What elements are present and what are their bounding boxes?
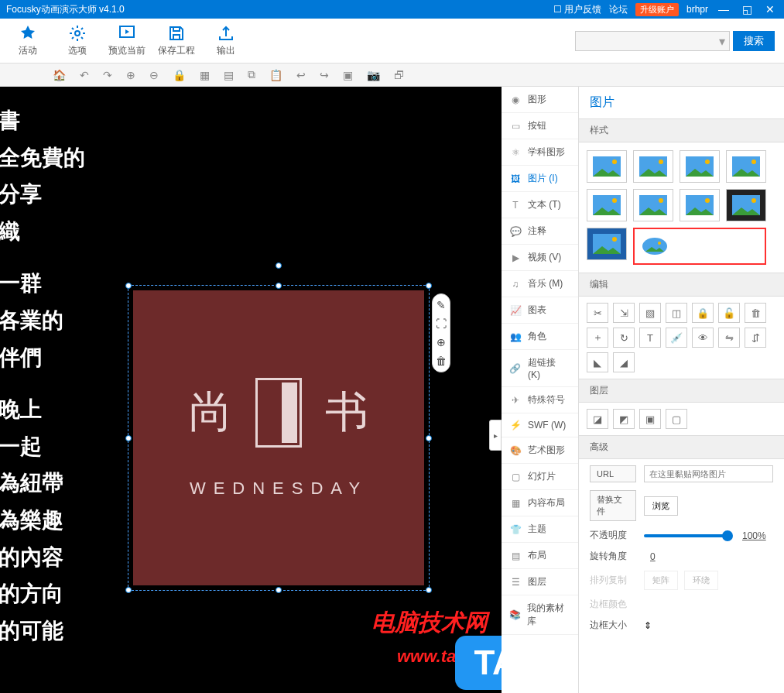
style-thumb[interactable] bbox=[633, 150, 673, 183]
style-thumb[interactable] bbox=[726, 150, 766, 183]
grid-icon[interactable]: ▦ bbox=[200, 69, 210, 81]
resize-handle[interactable] bbox=[125, 283, 132, 289]
flip-h-button[interactable]: ⇋ bbox=[718, 328, 740, 348]
activity-button[interactable]: 活动 bbox=[3, 24, 53, 57]
redo-icon[interactable]: ↷ bbox=[103, 69, 112, 81]
resize-handle[interactable] bbox=[276, 283, 282, 289]
expand-icon[interactable]: ⛶ bbox=[436, 317, 447, 330]
options-button[interactable]: 选项 bbox=[53, 24, 102, 57]
save-button[interactable]: 保存工程 bbox=[152, 24, 201, 57]
opacity-value[interactable]: 100% bbox=[742, 530, 773, 541]
undo-icon[interactable]: ↶ bbox=[80, 69, 89, 81]
style-thumb[interactable] bbox=[680, 150, 720, 183]
border-size-control[interactable]: ⇕ bbox=[644, 620, 652, 631]
style-thumb[interactable] bbox=[587, 228, 627, 260]
username[interactable]: brhpr bbox=[686, 4, 708, 15]
style-thumb[interactable] bbox=[726, 189, 766, 221]
text-button[interactable]: T bbox=[639, 328, 661, 348]
search-input[interactable] bbox=[575, 31, 730, 51]
zoom-in-icon[interactable]: ⊕ bbox=[126, 69, 135, 81]
back-icon[interactable]: ↩ bbox=[296, 69, 306, 81]
add-icon[interactable]: ⊕ bbox=[436, 336, 447, 348]
style-thumb[interactable] bbox=[633, 189, 673, 221]
forward-icon[interactable]: ↪ bbox=[320, 69, 329, 81]
insert-hyperlink[interactable]: 🔗超链接 (K) bbox=[502, 350, 578, 387]
paste-icon[interactable]: 📋 bbox=[269, 69, 282, 81]
insert-subject[interactable]: ⚛学科图形 bbox=[502, 139, 578, 166]
matrix-button[interactable]: 矩阵 bbox=[644, 571, 678, 590]
insert-special[interactable]: ✈特殊符号 bbox=[502, 387, 578, 413]
send-backward-button[interactable]: ▢ bbox=[666, 409, 687, 429]
style-thumb-round[interactable] bbox=[635, 230, 675, 262]
preview-button[interactable]: 预览当前 bbox=[102, 24, 152, 57]
bring-forward-button[interactable]: ▣ bbox=[639, 409, 661, 429]
insert-video[interactable]: ▶视频 (V) bbox=[502, 245, 578, 271]
send-back-button[interactable]: ◩ bbox=[613, 409, 635, 429]
frames-icon[interactable]: 🗗 bbox=[394, 69, 405, 81]
unlock-button[interactable]: 🔓 bbox=[718, 303, 740, 323]
canvas[interactable]: 尚書完全免費的與分享組織 是一群行各業的夥伴們 三晚上在一起作為紐帶作為樂趣体的… bbox=[0, 87, 502, 693]
rotation-value[interactable]: 0 bbox=[650, 551, 681, 562]
insert-layers[interactable]: ☰图层 bbox=[502, 569, 578, 595]
selected-image[interactable]: 尚 书 WEDNESDAY ✎ ⛶ ⊕ 🗑 bbox=[128, 285, 430, 591]
close-button[interactable]: ✕ bbox=[762, 3, 778, 15]
opacity-slider[interactable] bbox=[644, 534, 728, 537]
insert-text[interactable]: T文本 (T) bbox=[502, 192, 578, 218]
maximize-button[interactable]: ◱ bbox=[739, 3, 755, 15]
lock-button[interactable]: 🔒 bbox=[692, 303, 714, 323]
insert-swf[interactable]: ⚡SWF (W) bbox=[502, 413, 578, 437]
insert-role[interactable]: 👥角色 bbox=[502, 324, 578, 350]
zoom-out-icon[interactable]: ⊖ bbox=[149, 69, 159, 81]
rotate-r-button[interactable]: ◢ bbox=[613, 352, 635, 372]
add-button[interactable]: ＋ bbox=[587, 328, 608, 348]
flip-v-button[interactable]: ⇵ bbox=[745, 328, 766, 348]
refresh-button[interactable]: ↻ bbox=[613, 328, 635, 348]
camera-icon[interactable]: 📷 bbox=[367, 69, 380, 81]
crop-button[interactable]: ✂ bbox=[587, 303, 608, 323]
layers-icon[interactable]: ▣ bbox=[343, 69, 353, 81]
resize-handle[interactable] bbox=[426, 435, 432, 441]
insert-image[interactable]: 🖼图片 (I) bbox=[502, 166, 578, 192]
resize-handle[interactable] bbox=[426, 587, 432, 593]
rotate-l-button[interactable]: ◣ bbox=[587, 352, 608, 372]
insert-library[interactable]: 📚我的素材库 bbox=[502, 595, 578, 635]
export-button[interactable]: 输出 bbox=[201, 24, 251, 57]
trash-button[interactable]: 🗑 bbox=[745, 303, 766, 323]
style-thumb[interactable] bbox=[587, 189, 627, 221]
mask-button[interactable]: ▧ bbox=[639, 303, 661, 323]
align-icon[interactable]: ▤ bbox=[224, 69, 234, 81]
ring-button[interactable]: 环绕 bbox=[684, 571, 718, 590]
style-thumb[interactable] bbox=[587, 150, 627, 183]
insert-chart[interactable]: 📈图表 bbox=[502, 297, 578, 324]
style-thumb[interactable] bbox=[680, 189, 720, 221]
home-icon[interactable]: 🏠 bbox=[53, 69, 66, 81]
upgrade-badge[interactable]: 升级账户 bbox=[635, 3, 679, 16]
insert-art[interactable]: 🎨艺术图形 bbox=[502, 437, 578, 464]
transform-button[interactable]: ⇲ bbox=[613, 303, 635, 323]
insert-layout2[interactable]: ▤布局 bbox=[502, 543, 578, 569]
insert-comment[interactable]: 💬注释 bbox=[502, 218, 578, 245]
resize-handle[interactable] bbox=[426, 283, 432, 289]
edit-icon[interactable]: ✎ bbox=[436, 299, 447, 311]
minimize-button[interactable]: — bbox=[716, 3, 731, 15]
browse-button[interactable]: 浏览 bbox=[644, 496, 678, 516]
bring-front-button[interactable]: ◪ bbox=[587, 409, 608, 429]
resize-handle[interactable] bbox=[276, 587, 282, 593]
insert-layout[interactable]: ▦内容布局 bbox=[502, 490, 578, 516]
search-button[interactable]: 搜索 bbox=[733, 31, 775, 51]
forum-link[interactable]: 论坛 bbox=[609, 3, 628, 16]
resize-handle[interactable] bbox=[125, 435, 132, 441]
insert-button[interactable]: ▭按钮 bbox=[502, 113, 578, 139]
delete-icon[interactable]: 🗑 bbox=[436, 355, 447, 367]
insert-theme[interactable]: 👕主题 bbox=[502, 516, 578, 543]
feedback-link[interactable]: ☐ 用户反馈 bbox=[553, 3, 601, 16]
copy-icon[interactable]: ⧉ bbox=[248, 68, 255, 81]
insert-shapes[interactable]: ◉图形 bbox=[502, 87, 578, 113]
resize-handle[interactable] bbox=[125, 587, 132, 593]
insert-music[interactable]: ♫音乐 (M) bbox=[502, 271, 578, 297]
filter-button[interactable]: ◫ bbox=[666, 303, 687, 323]
collapse-handle[interactable]: ▸ bbox=[489, 420, 502, 451]
eye-button[interactable]: 👁 bbox=[692, 328, 714, 348]
insert-slide[interactable]: ▢幻灯片 bbox=[502, 464, 578, 490]
eyedrop-button[interactable]: 💉 bbox=[666, 328, 687, 348]
